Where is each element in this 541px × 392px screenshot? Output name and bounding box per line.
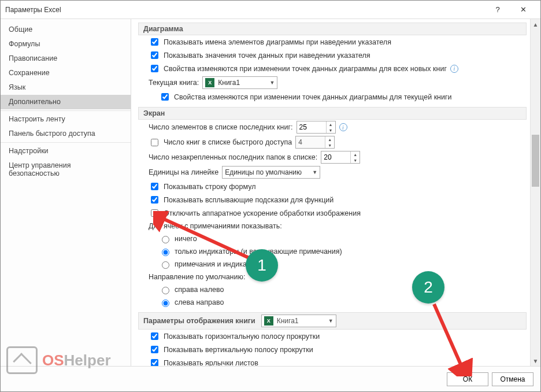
section-book-display-header: Параметры отображения книги X Книга1 ▼: [138, 312, 527, 330]
sidebar-separator: [1, 142, 131, 143]
cb-sheet-tabs[interactable]: Показывать ярлычки листов: [149, 357, 258, 366]
excel-file-icon: X: [264, 316, 273, 326]
ruler-units-combo[interactable]: Единицы по умолчанию ▼: [222, 166, 320, 179]
checkbox[interactable]: [151, 183, 158, 190]
cb-function-tooltips[interactable]: Показывать всплывающие подсказки для фун…: [149, 194, 334, 205]
section-screen-header: Экран: [138, 107, 527, 120]
sidebar-item-advanced[interactable]: Дополнительно: [1, 95, 131, 109]
sidebar-item-proofing[interactable]: Правописание: [1, 51, 131, 66]
radio-comments-none[interactable]: ничего: [159, 234, 197, 243]
recent-docs-label: Число элементов в списке последних книг:: [149, 123, 293, 131]
info-icon[interactable]: i: [339, 123, 347, 131]
content-pane: Диаграмма Показывать имена элементов диа…: [131, 19, 540, 366]
ruler-units-label: Единицы на линейке: [149, 168, 218, 176]
dialog-body: Общие Формулы Правописание Сохранение Яз…: [1, 19, 540, 366]
sidebar-item-quick-access[interactable]: Панель быстрого доступа: [1, 127, 131, 141]
chevron-down-icon: ▼: [312, 169, 317, 175]
spinner-arrows[interactable]: ▲▼: [325, 136, 334, 148]
cb-hscroll[interactable]: Показывать горизонтальную полосу прокрут…: [149, 331, 320, 342]
cb-properties-all-books[interactable]: Свойства изменяются при изменении точек …: [149, 63, 447, 74]
checkbox[interactable]: [151, 38, 158, 46]
checkbox[interactable]: [151, 65, 158, 72]
window-title: Параметры Excel: [5, 6, 485, 14]
book-display-combo[interactable]: X Книга1 ▼: [261, 315, 336, 327]
comments-display-label: Для ячеек с примечаниями показывать:: [149, 222, 282, 230]
default-direction-label: Направление по умолчанию:: [149, 273, 245, 281]
unpinned-folders-label: Число незакрепленных последних папок в с…: [149, 153, 317, 161]
radio-direction-ltr[interactable]: слева направо: [159, 298, 224, 307]
help-button[interactable]: ?: [485, 1, 510, 19]
cb-disable-hw-accel[interactable]: Отключить аппаратное ускорение обработки…: [149, 208, 361, 219]
checkbox[interactable]: [161, 93, 169, 101]
cancel-button[interactable]: Отмена: [492, 372, 533, 386]
checkbox[interactable]: [151, 51, 158, 59]
sidebar-item-formulas[interactable]: Формулы: [1, 37, 131, 51]
quick-access-spinner[interactable]: ▲▼: [295, 136, 335, 149]
unpinned-folders-spinner[interactable]: ▲▼: [321, 151, 360, 164]
cb-properties-current-book[interactable]: Свойства изменяются при изменении точек …: [159, 91, 452, 102]
titlebar: Параметры Excel ? ✕: [1, 1, 540, 19]
checkbox[interactable]: [151, 196, 158, 204]
sidebar-item-general[interactable]: Общие: [1, 23, 131, 37]
cb-formula-bar[interactable]: Показывать строку формул: [149, 181, 256, 192]
recent-docs-spinner[interactable]: ▲▼: [297, 121, 336, 134]
spinner-input[interactable]: [296, 136, 325, 148]
checkbox[interactable]: [151, 209, 158, 217]
scroll-down-icon[interactable]: ▼: [531, 356, 540, 366]
annotation-badge-1: 1: [246, 249, 278, 282]
section-chart-header: Диаграмма: [138, 23, 527, 35]
ok-button[interactable]: ОК: [447, 372, 488, 386]
spinner-arrows[interactable]: ▲▼: [350, 151, 360, 163]
sidebar-item-save[interactable]: Сохранение: [1, 66, 131, 80]
scroll-thumb[interactable]: [532, 135, 539, 187]
radio[interactable]: [162, 287, 169, 294]
radio[interactable]: [162, 299, 169, 307]
radio[interactable]: [162, 261, 169, 269]
category-sidebar: Общие Формулы Правописание Сохранение Яз…: [1, 19, 131, 366]
cb-vscroll[interactable]: Показывать вертикальную полосу прокрутки: [149, 344, 313, 355]
current-book-label: Текущая книга:: [149, 79, 199, 87]
annotation-badge-2: 2: [412, 271, 444, 304]
checkbox[interactable]: [151, 139, 158, 146]
close-button[interactable]: ✕: [510, 1, 536, 19]
options-dialog: Параметры Excel ? ✕ Общие Формулы Правоп…: [0, 0, 541, 392]
sidebar-separator: [1, 110, 131, 111]
info-icon[interactable]: i: [450, 65, 458, 73]
chevron-down-icon: ▼: [269, 80, 275, 86]
chevron-down-icon: ▼: [328, 318, 334, 324]
radio[interactable]: [162, 249, 169, 256]
dialog-footer: ОК Отмена: [1, 366, 540, 391]
vertical-scrollbar[interactable]: ▲ ▼: [530, 19, 540, 366]
checkbox[interactable]: [151, 346, 158, 353]
spinner-input[interactable]: [297, 121, 326, 133]
spinner-arrows[interactable]: ▲▼: [326, 121, 335, 133]
scroll-area: Диаграмма Показывать имена элементов диа…: [131, 19, 530, 366]
radio[interactable]: [162, 236, 169, 243]
current-book-combo[interactable]: X Книга1 ▼: [202, 76, 277, 89]
excel-file-icon: X: [205, 78, 214, 87]
scroll-up-icon[interactable]: ▲: [531, 19, 540, 29]
cb-show-data-values[interactable]: Показывать значения точек данных при нав…: [149, 50, 370, 61]
sidebar-item-trust-center[interactable]: Центр управления безопасностью: [1, 158, 131, 181]
radio-direction-rtl[interactable]: справа налево: [159, 285, 224, 294]
cb-quick-access-count[interactable]: Число книг в списке быстрого доступа: [149, 137, 292, 148]
checkbox[interactable]: [151, 332, 158, 340]
spinner-input[interactable]: [321, 151, 350, 163]
sidebar-item-customize-ribbon[interactable]: Настроить ленту: [1, 112, 131, 127]
cb-show-element-names[interactable]: Показывать имена элементов диаграммы при…: [149, 36, 391, 47]
sidebar-item-addins[interactable]: Надстройки: [1, 144, 131, 158]
sidebar-item-language[interactable]: Язык: [1, 80, 131, 95]
checkbox[interactable]: [151, 359, 158, 366]
